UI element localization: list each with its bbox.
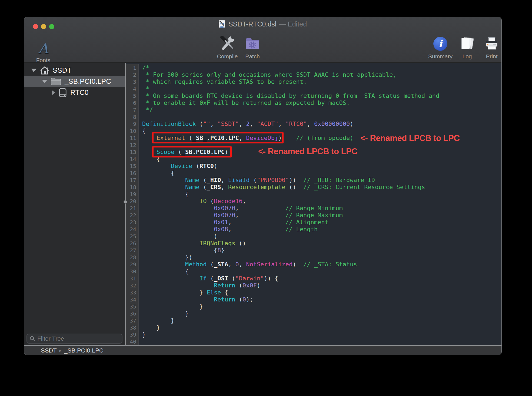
disclosure-triangle-icon[interactable]	[42, 80, 47, 83]
code-line: 24 0x08, // Length	[126, 226, 502, 233]
highlight-box-scope	[152, 146, 232, 157]
code-line: 29 Method (_STA, 0, NotSerialized) // _S…	[126, 261, 502, 268]
line-number: 37	[126, 317, 139, 324]
code-line: 17 Name (_HID, EisaId ("PNP0B00")) // _H…	[126, 177, 502, 184]
summary-info-icon: i	[433, 36, 448, 52]
line-number: 19	[126, 191, 139, 198]
highlight-box-external	[152, 132, 284, 143]
code-line: 8	[126, 113, 502, 120]
breadcrumb: SSDT ▸ _SB.PCI0.LPC	[24, 345, 501, 355]
print-label: Print	[474, 53, 502, 60]
code-line: 35 }	[126, 303, 502, 310]
code-line: 30 {	[126, 268, 502, 275]
toolbar: SSDT-RTC0.dsl — Edited A Fonts Compile	[24, 17, 501, 63]
line-number: 36	[126, 310, 139, 317]
breadcrumb-ssdt[interactable]: SSDT	[41, 347, 57, 354]
fonts-button[interactable]: A Fonts	[26, 35, 61, 63]
filter-tree-input[interactable]: Filter Tree	[26, 334, 122, 344]
code-line: 40	[126, 338, 502, 345]
patch-label: Patch	[235, 53, 270, 60]
document-icon	[219, 20, 226, 28]
code-line: 1/*	[126, 64, 502, 71]
code-line: 32 Return (0x0F)	[126, 282, 502, 289]
window-title-edited: — Edited	[279, 20, 307, 28]
line-number: 10	[126, 127, 139, 135]
app-window: SSDT-RTC0.dsl — Edited A Fonts Compile	[24, 17, 502, 355]
line-number: 21	[126, 205, 139, 212]
code-line: 16 {	[126, 170, 502, 177]
line-number: 29	[126, 261, 139, 268]
print-printer-icon	[484, 36, 500, 52]
line-number: 32	[126, 282, 139, 289]
line-number: 8	[126, 113, 139, 120]
window-title: SSDT-RTC0.dsl — Edited	[24, 17, 501, 31]
fonts-icon: A	[38, 42, 48, 55]
line-number: 25	[126, 233, 139, 240]
code-line: 3 * which requires variable STAS to be p…	[126, 78, 502, 85]
tree-row-ssdt[interactable]: SSDT	[24, 65, 125, 76]
code-line: 5 * On some boards RTC device is disable…	[126, 92, 502, 99]
line-number: 4	[126, 85, 139, 92]
code-line: 34 Return (0);	[126, 296, 502, 303]
line-number: 16	[126, 170, 139, 177]
code-line: 26 IRQNoFlags ()	[126, 240, 502, 247]
code-line: 39}	[126, 331, 502, 338]
tree-label-sb-pci0-lpc: _SB.PCI0.LPC	[65, 77, 111, 86]
line-number: 35	[126, 303, 139, 310]
code-line: 18 Name (_CRS, ResourceTemplate () // _C…	[126, 184, 502, 191]
code-line: 36 }	[126, 310, 502, 317]
line-number: 1	[126, 64, 139, 71]
line-number: 6	[126, 99, 139, 106]
breadcrumb-separator-icon: ▸	[59, 348, 62, 353]
line-number: 39	[126, 331, 139, 338]
code-line: 7 */	[126, 106, 502, 113]
acpi-tree: SSDT _SB.PCI0.LPC	[24, 65, 125, 98]
code-line: 6 * to enable it 0xF will be returned as…	[126, 99, 502, 106]
line-number: 15	[126, 163, 139, 170]
line-number: 17	[126, 177, 139, 184]
line-number: 30	[126, 268, 139, 275]
line-number: 13	[126, 149, 139, 156]
tree-row-rtc0[interactable]: RTC0	[24, 87, 125, 98]
log-pages-icon	[459, 36, 475, 52]
line-number: 34	[126, 296, 139, 303]
line-number: 7	[126, 106, 139, 113]
compile-tools-icon	[219, 35, 236, 52]
home-icon	[40, 66, 49, 75]
window-title-text: SSDT-RTC0.dsl	[228, 20, 276, 28]
disclosure-triangle-icon[interactable]	[31, 69, 36, 72]
line-number: 27	[126, 247, 139, 254]
tree-label-rtc0: RTC0	[70, 88, 88, 97]
pane-resize-handle[interactable]	[124, 200, 127, 204]
tree-row-sb-pci0-lpc[interactable]: _SB.PCI0.LPC	[24, 76, 125, 87]
line-number: 24	[126, 226, 139, 233]
filter-tree-placeholder: Filter Tree	[37, 335, 64, 342]
patch-folder-icon	[244, 36, 261, 52]
line-number: 9	[126, 120, 139, 127]
content-area: SSDT _SB.PCI0.LPC	[24, 63, 502, 345]
annotation-renamed-lpcb-1: <- Renamed LPCB to LPC	[360, 133, 460, 143]
tree-label-ssdt: SSDT	[53, 66, 71, 75]
disclosure-triangle-collapsed-icon[interactable]	[52, 90, 55, 95]
patch-button[interactable]: Patch	[235, 31, 270, 60]
line-number: 2	[126, 71, 139, 78]
code-line: 33 } Else {	[126, 289, 502, 296]
annotation-renamed-lpcb-2: <- Renamed LPCB to LPC	[258, 147, 357, 156]
line-number: 12	[126, 142, 139, 149]
line-number: 40	[126, 338, 139, 345]
code-line: 20 IO (Decode16,	[126, 198, 502, 205]
sidebar-tree-pane: SSDT _SB.PCI0.LPC	[24, 63, 125, 345]
line-number: 38	[126, 324, 139, 331]
code-line: 23 0x01, // Alignment	[126, 219, 502, 226]
code-line: 28 })	[126, 254, 502, 261]
breadcrumb-sb-pci0-lpc[interactable]: _SB.PCI0.LPC	[64, 347, 104, 354]
code-line: 9DefinitionBlock ("", "SSDT", 2, "ACDT",…	[126, 120, 502, 127]
code-editor[interactable]: 1/*2 * For 300-series only and occasions…	[126, 63, 502, 345]
line-number: 26	[126, 240, 139, 247]
code-line: 19 {	[126, 191, 502, 198]
code-line: 37 }	[126, 317, 502, 324]
print-button[interactable]: Print	[474, 31, 502, 60]
line-number: 22	[126, 212, 139, 219]
line-number: 14	[126, 156, 139, 163]
line-number: 20	[126, 198, 139, 205]
